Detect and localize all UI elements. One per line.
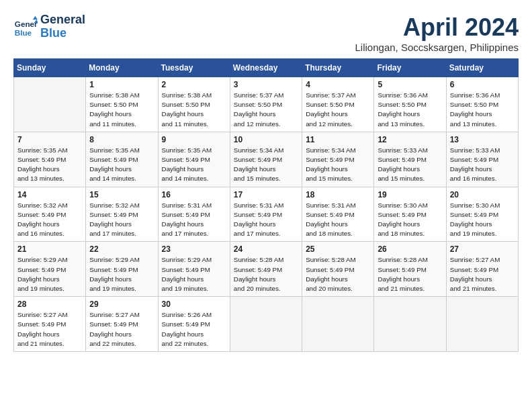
- day-info: Sunrise: 5:35 AMSunset: 5:49 PMDaylight …: [162, 146, 226, 184]
- svg-text:General: General: [15, 19, 38, 28]
- calendar-cell: 1Sunrise: 5:38 AMSunset: 5:50 PMDaylight…: [86, 77, 158, 132]
- calendar-cell: 10Sunrise: 5:34 AMSunset: 5:49 PMDayligh…: [230, 132, 302, 187]
- day-info: Sunrise: 5:38 AMSunset: 5:50 PMDaylight …: [162, 91, 226, 129]
- calendar-cell: 30Sunrise: 5:26 AMSunset: 5:49 PMDayligh…: [158, 297, 230, 352]
- calendar-cell: 27Sunrise: 5:27 AMSunset: 5:49 PMDayligh…: [446, 242, 518, 297]
- logo-text-blue: Blue: [40, 27, 85, 40]
- location-subtitle: Liliongan, Soccsksargen, Philippines: [355, 42, 519, 53]
- day-info: Sunrise: 5:35 AMSunset: 5:49 PMDaylight …: [17, 146, 82, 184]
- calendar-cell: 20Sunrise: 5:30 AMSunset: 5:49 PMDayligh…: [446, 187, 518, 242]
- day-info: Sunrise: 5:28 AMSunset: 5:49 PMDaylight …: [378, 255, 442, 293]
- day-info: Sunrise: 5:28 AMSunset: 5:49 PMDaylight …: [234, 255, 298, 293]
- day-info: Sunrise: 5:29 AMSunset: 5:49 PMDaylight …: [89, 255, 154, 293]
- calendar-cell: 22Sunrise: 5:29 AMSunset: 5:49 PMDayligh…: [86, 242, 158, 297]
- day-info: Sunrise: 5:33 AMSunset: 5:49 PMDaylight …: [378, 146, 442, 184]
- day-number: 19: [378, 190, 442, 199]
- day-number: 16: [162, 190, 226, 199]
- title-block: April 2024 Liliongan, Soccsksargen, Phil…: [355, 13, 519, 53]
- calendar-cell: 17Sunrise: 5:31 AMSunset: 5:49 PMDayligh…: [230, 187, 302, 242]
- day-info: Sunrise: 5:33 AMSunset: 5:49 PMDaylight …: [450, 146, 515, 184]
- day-info: Sunrise: 5:31 AMSunset: 5:49 PMDaylight …: [162, 201, 226, 239]
- day-number: 27: [450, 244, 515, 254]
- day-number: 6: [450, 80, 515, 89]
- day-number: 17: [234, 190, 298, 199]
- calendar-cell: 26Sunrise: 5:28 AMSunset: 5:49 PMDayligh…: [374, 242, 446, 297]
- day-info: Sunrise: 5:27 AMSunset: 5:49 PMDaylight …: [89, 310, 154, 349]
- day-number: 13: [450, 135, 515, 144]
- calendar-cell: 13Sunrise: 5:33 AMSunset: 5:49 PMDayligh…: [446, 132, 518, 187]
- logo-text-general: General: [40, 13, 85, 27]
- day-info: Sunrise: 5:30 AMSunset: 5:49 PMDaylight …: [450, 201, 515, 239]
- day-info: Sunrise: 5:29 AMSunset: 5:49 PMDaylight …: [17, 255, 82, 293]
- day-info: Sunrise: 5:30 AMSunset: 5:49 PMDaylight …: [378, 201, 442, 239]
- day-info: Sunrise: 5:27 AMSunset: 5:49 PMDaylight …: [17, 310, 82, 349]
- calendar-cell: 16Sunrise: 5:31 AMSunset: 5:49 PMDayligh…: [158, 187, 230, 242]
- day-info: Sunrise: 5:29 AMSunset: 5:49 PMDaylight …: [162, 255, 226, 293]
- month-title: April 2024: [355, 13, 519, 42]
- day-number: 1: [89, 80, 154, 89]
- calendar-week-row-4: 21Sunrise: 5:29 AMSunset: 5:49 PMDayligh…: [14, 242, 519, 297]
- day-info: Sunrise: 5:35 AMSunset: 5:49 PMDaylight …: [89, 146, 154, 184]
- calendar-cell: 18Sunrise: 5:31 AMSunset: 5:49 PMDayligh…: [302, 187, 374, 242]
- day-number: 2: [162, 80, 226, 89]
- calendar-table: SundayMondayTuesdayWednesdayThursdayFrid…: [13, 58, 519, 352]
- day-info: Sunrise: 5:36 AMSunset: 5:50 PMDaylight …: [378, 91, 442, 129]
- day-number: 3: [234, 80, 298, 89]
- logo-icon: General Blue: [13, 15, 38, 39]
- day-info: Sunrise: 5:32 AMSunset: 5:49 PMDaylight …: [89, 201, 154, 239]
- day-info: Sunrise: 5:28 AMSunset: 5:49 PMDaylight …: [306, 255, 370, 293]
- day-number: 26: [378, 244, 442, 254]
- day-number: 10: [234, 135, 298, 144]
- weekday-header-monday: Monday: [86, 59, 158, 77]
- day-number: 18: [306, 190, 370, 199]
- calendar-cell: 3Sunrise: 5:37 AMSunset: 5:50 PMDaylight…: [230, 77, 302, 132]
- calendar-cell: 15Sunrise: 5:32 AMSunset: 5:49 PMDayligh…: [86, 187, 158, 242]
- day-info: Sunrise: 5:27 AMSunset: 5:49 PMDaylight …: [450, 255, 515, 293]
- calendar-week-row-3: 14Sunrise: 5:32 AMSunset: 5:49 PMDayligh…: [14, 187, 519, 242]
- day-number: 22: [89, 244, 154, 254]
- calendar-cell: 14Sunrise: 5:32 AMSunset: 5:49 PMDayligh…: [14, 187, 86, 242]
- calendar-cell: 11Sunrise: 5:34 AMSunset: 5:49 PMDayligh…: [302, 132, 374, 187]
- day-number: 28: [17, 300, 82, 309]
- weekday-header-wednesday: Wednesday: [230, 59, 302, 77]
- calendar-cell: 23Sunrise: 5:29 AMSunset: 5:49 PMDayligh…: [158, 242, 230, 297]
- day-number: 8: [89, 135, 154, 144]
- calendar-cell: 24Sunrise: 5:28 AMSunset: 5:49 PMDayligh…: [230, 242, 302, 297]
- calendar-week-row-2: 7Sunrise: 5:35 AMSunset: 5:49 PMDaylight…: [14, 132, 519, 187]
- calendar-cell: [446, 297, 518, 352]
- calendar-cell: 8Sunrise: 5:35 AMSunset: 5:49 PMDaylight…: [86, 132, 158, 187]
- weekday-header-thursday: Thursday: [302, 59, 374, 77]
- day-number: 12: [378, 135, 442, 144]
- weekday-header-friday: Friday: [374, 59, 446, 77]
- day-info: Sunrise: 5:34 AMSunset: 5:49 PMDaylight …: [234, 146, 298, 184]
- day-number: 21: [17, 244, 82, 254]
- calendar-cell: 6Sunrise: 5:36 AMSunset: 5:50 PMDaylight…: [446, 77, 518, 132]
- calendar-cell: 5Sunrise: 5:36 AMSunset: 5:50 PMDaylight…: [374, 77, 446, 132]
- calendar-cell: 2Sunrise: 5:38 AMSunset: 5:50 PMDaylight…: [158, 77, 230, 132]
- day-number: 25: [306, 244, 370, 254]
- day-info: Sunrise: 5:37 AMSunset: 5:50 PMDaylight …: [234, 91, 298, 129]
- calendar-cell: 19Sunrise: 5:30 AMSunset: 5:49 PMDayligh…: [374, 187, 446, 242]
- logo: General Blue General Blue: [13, 13, 85, 40]
- day-number: 7: [17, 135, 82, 144]
- day-info: Sunrise: 5:38 AMSunset: 5:50 PMDaylight …: [89, 91, 154, 129]
- weekday-header-sunday: Sunday: [14, 59, 86, 77]
- page-header: General Blue General Blue April 2024 Lil…: [13, 13, 519, 53]
- calendar-cell: [230, 297, 302, 352]
- calendar-cell: 4Sunrise: 5:37 AMSunset: 5:50 PMDaylight…: [302, 77, 374, 132]
- day-number: 23: [162, 244, 226, 254]
- day-number: 11: [306, 135, 370, 144]
- day-number: 24: [234, 244, 298, 254]
- calendar-cell: [14, 77, 86, 132]
- svg-marker-2: [33, 16, 38, 19]
- day-number: 15: [89, 190, 154, 199]
- day-number: 20: [450, 190, 515, 199]
- calendar-week-row-1: 1Sunrise: 5:38 AMSunset: 5:50 PMDaylight…: [14, 77, 519, 132]
- day-number: 29: [89, 300, 154, 309]
- calendar-cell: 9Sunrise: 5:35 AMSunset: 5:49 PMDaylight…: [158, 132, 230, 187]
- day-number: 14: [17, 190, 82, 199]
- weekday-header-row: SundayMondayTuesdayWednesdayThursdayFrid…: [14, 59, 519, 77]
- day-info: Sunrise: 5:31 AMSunset: 5:49 PMDaylight …: [306, 201, 370, 239]
- weekday-header-saturday: Saturday: [446, 59, 518, 77]
- calendar-cell: 29Sunrise: 5:27 AMSunset: 5:49 PMDayligh…: [86, 297, 158, 352]
